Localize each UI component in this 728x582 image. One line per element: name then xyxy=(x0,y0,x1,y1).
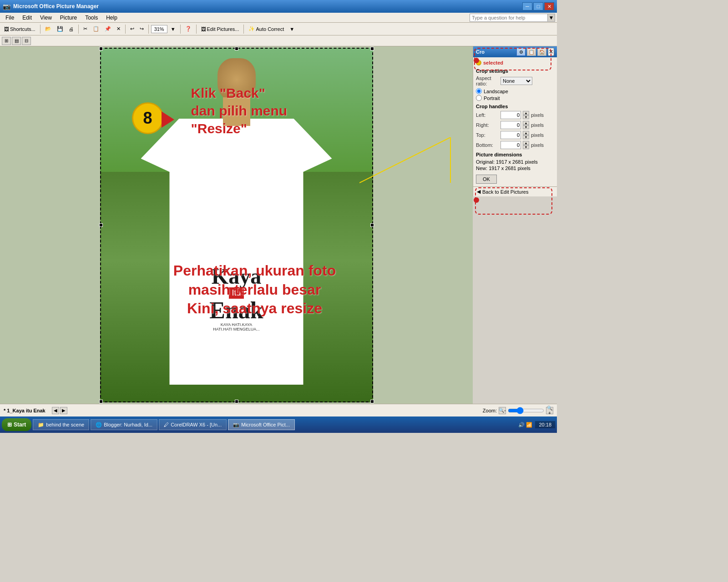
bottom-spin-down[interactable]: ▼ xyxy=(523,145,529,149)
left-spin-up[interactable]: ▲ xyxy=(523,111,529,115)
nav-next[interactable]: ▶ xyxy=(60,407,67,414)
menu-file[interactable]: File xyxy=(2,14,18,22)
menu-tools[interactable]: Tools xyxy=(81,14,101,22)
svg-line-0 xyxy=(359,137,450,183)
right-row: Right: ▲ ▼ pixels xyxy=(476,121,554,129)
right-label: Right: xyxy=(476,122,499,128)
toolbar-separator-1 xyxy=(40,25,40,34)
minimize-button[interactable]: ─ xyxy=(522,2,532,10)
nav-controls: ◀ ▶ xyxy=(52,407,67,414)
portrait-label[interactable]: Portrait xyxy=(484,95,500,101)
undo-button[interactable]: ↩ xyxy=(128,24,136,34)
edit-pictures-icon: 🖼 xyxy=(201,26,206,32)
taskbar-item-2[interactable]: 🖊 CorelDRAW X6 - [Un... xyxy=(159,419,227,430)
auto-correct-dropdown[interactable]: ▼ xyxy=(287,24,297,34)
bottom-input[interactable] xyxy=(500,141,521,149)
redo-button[interactable]: ↪ xyxy=(137,24,146,34)
top-spin-down[interactable]: ▼ xyxy=(523,135,529,139)
maximize-button[interactable]: □ xyxy=(533,2,543,10)
panel-btn-2[interactable]: 📋 xyxy=(527,48,536,56)
panel-header-controls: ⚙ 📋 🏠 ✕ xyxy=(516,48,554,56)
selected-indicator: selected xyxy=(476,60,554,65)
copy-button[interactable]: 📋 xyxy=(91,24,101,34)
menu-help[interactable]: Help xyxy=(102,14,121,22)
cut-button[interactable]: ✂ xyxy=(81,24,90,34)
taskbar-item-0[interactable]: 📁 behind the scene xyxy=(33,419,89,430)
help-button[interactable]: ❓ xyxy=(183,24,194,34)
top-input[interactable] xyxy=(500,131,521,139)
right-input[interactable] xyxy=(500,121,521,129)
portrait-radio[interactable] xyxy=(476,95,482,101)
ok-button[interactable]: OK xyxy=(476,175,497,184)
landscape-label[interactable]: Landscape xyxy=(484,89,508,94)
print-button[interactable]: 🖨 xyxy=(66,24,76,34)
red-dot-top xyxy=(474,58,479,63)
crop-settings-title: Crop settings xyxy=(476,68,554,74)
help-search-input[interactable] xyxy=(470,15,547,20)
panel-title: Cro xyxy=(476,49,485,55)
top-label: Top: xyxy=(476,132,499,138)
auto-correct-button[interactable]: ✨ Auto Correct xyxy=(246,24,286,34)
paste-button[interactable]: 📌 xyxy=(102,24,113,34)
menu-picture[interactable]: Picture xyxy=(56,14,81,22)
zoom-dropdown[interactable]: ▼ xyxy=(168,24,178,34)
portrait-row: Portrait xyxy=(476,95,554,101)
landscape-row: Landscape xyxy=(476,88,554,94)
left-spin-down[interactable]: ▼ xyxy=(523,115,529,119)
zoom-slider[interactable] xyxy=(508,407,544,414)
menubar: File Edit View Picture Tools Help ▼ xyxy=(0,13,557,23)
aspect-ratio-select[interactable]: None Custom 4:3 16:9 xyxy=(500,77,532,85)
zoom-out-button[interactable]: 🔍- xyxy=(499,407,506,414)
close-button[interactable]: ✕ xyxy=(544,2,554,10)
selected-text: selected xyxy=(483,60,503,65)
taskbar: ⊞ Start 📁 behind the scene 🌐 Blogger: Nu… xyxy=(0,416,557,433)
tshirt-small-text-2: HATI.HATI MENGELUA... xyxy=(155,327,318,331)
landscape-radio[interactable] xyxy=(476,88,482,94)
toolbar-separator-4 xyxy=(148,25,149,34)
yellow-connector xyxy=(359,137,473,228)
view-btn-2[interactable]: ▤ xyxy=(12,37,21,45)
view-btn-1[interactable]: ⊞ xyxy=(2,37,11,45)
start-label: Start xyxy=(14,421,26,428)
panel-close-button[interactable]: ✕ xyxy=(548,48,554,56)
open-button[interactable]: 📂 xyxy=(43,24,54,34)
right-panel: Cro ⚙ 📋 🏠 ✕ selected Crop set xyxy=(473,46,557,196)
start-button[interactable]: ⊞ Start xyxy=(2,418,31,431)
zoom-input[interactable] xyxy=(151,25,167,33)
save-button[interactable]: 💾 xyxy=(55,24,66,34)
taskbar-icon-1: 🌐 xyxy=(96,422,102,428)
right-spinner: ▲ ▼ xyxy=(523,121,529,129)
panel-header: Cro ⚙ 📋 🏠 ✕ xyxy=(473,46,557,57)
left-input[interactable] xyxy=(500,111,521,119)
help-search-box[interactable]: ▼ xyxy=(470,14,555,22)
menu-edit[interactable]: Edit xyxy=(19,14,35,22)
shortcuts-icon: 🖼 xyxy=(4,26,9,32)
toolbar-separator-7 xyxy=(243,25,244,34)
bottom-unit: pixels xyxy=(531,142,544,148)
view-btn-3[interactable]: ⊟ xyxy=(22,37,31,45)
back-to-edit-button[interactable]: ◀ Back to Edit Pictures xyxy=(473,186,557,196)
help-search-arrow[interactable]: ▼ xyxy=(547,14,555,21)
left-label: Left: xyxy=(476,112,499,118)
bottom-spin-up[interactable]: ▲ xyxy=(523,141,529,145)
top-spin-up[interactable]: ▲ xyxy=(523,131,529,135)
app-icon: 📷 xyxy=(3,3,10,10)
taskbar-item-1[interactable]: 🌐 Blogger: Nurhadi, Id... xyxy=(91,419,157,430)
shortcuts-button[interactable]: 🖼 Shortcuts... xyxy=(2,24,38,34)
start-icon: ⊞ xyxy=(7,421,12,428)
zoom-in-button[interactable]: 🔍+ xyxy=(546,407,553,414)
delete-button[interactable]: ✕ xyxy=(114,24,123,34)
edit-pictures-button[interactable]: 🖼 Edit Pictures... xyxy=(199,24,242,34)
menu-view[interactable]: View xyxy=(36,14,56,22)
taskbar-item-3[interactable]: 📷 Microsoft Office Pict... xyxy=(228,419,295,430)
panel-btn-settings[interactable]: ⚙ xyxy=(516,48,526,56)
nav-prev[interactable]: ◀ xyxy=(52,407,59,414)
zoom-area: Zoom: 🔍- 🔍+ xyxy=(483,407,553,414)
right-spin-up[interactable]: ▲ xyxy=(523,121,529,125)
panel-btn-home[interactable]: 🏠 xyxy=(537,48,546,56)
right-unit: pixels xyxy=(531,122,544,128)
toolbar-separator-3 xyxy=(125,25,126,34)
top-unit: pixels xyxy=(531,132,544,138)
auto-correct-label: Auto Correct xyxy=(256,26,284,32)
right-spin-down[interactable]: ▼ xyxy=(523,125,529,129)
